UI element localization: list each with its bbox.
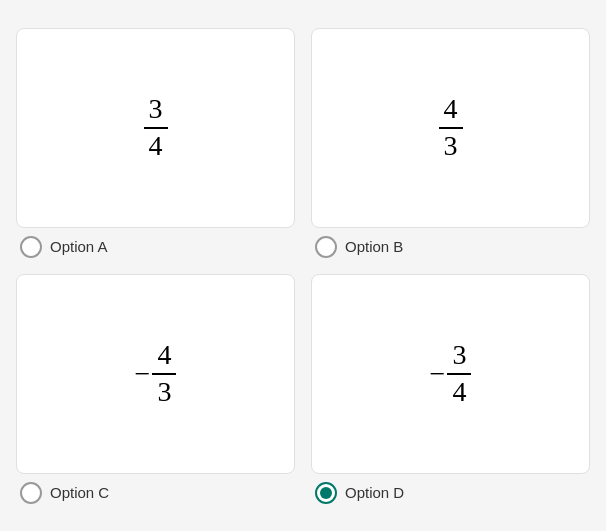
option-container-b: 43Option B xyxy=(311,28,590,258)
fraction-a: 34 xyxy=(144,94,168,162)
radio-d[interactable] xyxy=(315,482,337,504)
numerator: 4 xyxy=(444,94,458,127)
option-label-text-c: Option C xyxy=(50,484,109,501)
denominator: 3 xyxy=(444,129,458,162)
fraction-c: −43 xyxy=(135,340,177,408)
radio-a[interactable] xyxy=(20,236,42,258)
option-card-b[interactable]: 43 xyxy=(311,28,590,228)
numerator: 4 xyxy=(157,340,171,373)
denominator: 3 xyxy=(157,375,171,408)
option-label-row-c: Option C xyxy=(16,482,295,504)
option-container-d: −34Option D xyxy=(311,274,590,504)
option-label-row-b: Option B xyxy=(311,236,590,258)
fraction-d: −34 xyxy=(430,340,472,408)
denominator: 4 xyxy=(452,375,466,408)
denominator: 4 xyxy=(149,129,163,162)
fraction-inner: 43 xyxy=(152,340,176,408)
option-label-row-a: Option A xyxy=(16,236,295,258)
option-container-c: −43Option C xyxy=(16,274,295,504)
options-grid: 34Option A43Option B−43Option C−34Option… xyxy=(0,12,606,520)
option-label-row-d: Option D xyxy=(311,482,590,504)
negative-sign: − xyxy=(135,358,151,390)
radio-b[interactable] xyxy=(315,236,337,258)
option-label-text-d: Option D xyxy=(345,484,404,501)
radio-c[interactable] xyxy=(20,482,42,504)
radio-inner xyxy=(320,487,332,499)
option-label-text-a: Option A xyxy=(50,238,108,255)
option-card-c[interactable]: −43 xyxy=(16,274,295,474)
numerator: 3 xyxy=(452,340,466,373)
fraction-b: 43 xyxy=(439,94,463,162)
fraction-inner: 34 xyxy=(447,340,471,408)
negative-sign: − xyxy=(430,358,446,390)
option-card-d[interactable]: −34 xyxy=(311,274,590,474)
option-card-a[interactable]: 34 xyxy=(16,28,295,228)
option-container-a: 34Option A xyxy=(16,28,295,258)
option-label-text-b: Option B xyxy=(345,238,403,255)
numerator: 3 xyxy=(149,94,163,127)
